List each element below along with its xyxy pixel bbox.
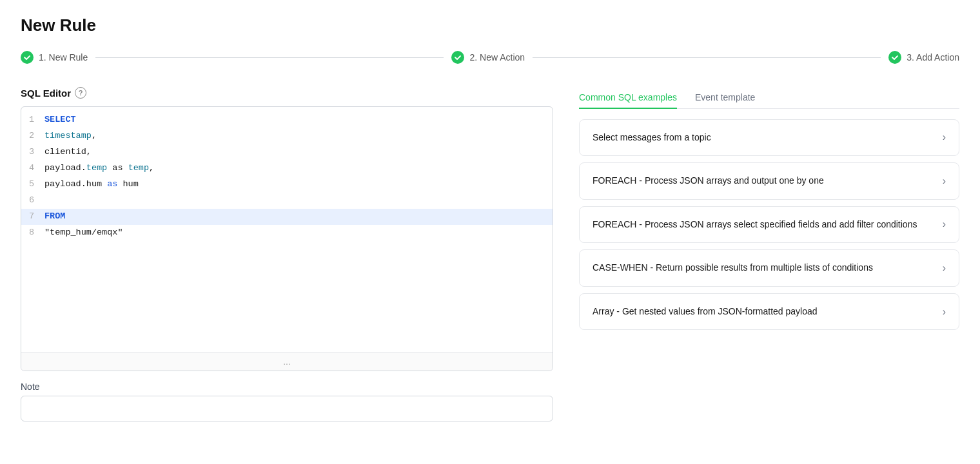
step-3-icon <box>888 51 901 64</box>
code-line-6: 6 <box>21 193 553 209</box>
chevron-right-icon: › <box>943 262 946 274</box>
code-line-2: 2 timestamp, <box>21 128 553 144</box>
examples-list: Select messages from a topic›FOREACH - P… <box>579 119 959 337</box>
example-text: Select messages from a topic <box>593 131 943 144</box>
example-text: CASE-WHEN - Return possible results from… <box>593 262 943 275</box>
line-content: clientid, <box>44 145 553 160</box>
step-2-label: 2. New Action <box>469 52 525 63</box>
example-text: FOREACH - Process JSON arrays select spe… <box>593 218 943 231</box>
note-input[interactable] <box>21 396 553 421</box>
tab-event-template[interactable]: Event template <box>695 87 755 109</box>
help-icon[interactable]: ? <box>75 87 86 99</box>
left-panel: SQL Editor ? 1SELECT2 timestamp,3 client… <box>21 87 553 421</box>
line-number: 6 <box>21 193 44 208</box>
line-number: 1 <box>21 113 44 128</box>
editor-resize-handle[interactable]: ... <box>21 352 553 371</box>
line-content: payload.temp as temp, <box>44 161 553 176</box>
example-item-ex1[interactable]: Select messages from a topic› <box>579 119 959 157</box>
example-text: Array - Get nested values from JSON-form… <box>593 305 943 318</box>
line-content: payload.hum as hum <box>44 177 553 192</box>
code-line-3: 3 clientid, <box>21 144 553 160</box>
chevron-right-icon: › <box>943 306 946 318</box>
step-3-label: 3. Add Action <box>906 52 959 63</box>
stepper: 1. New Rule 2. New Action 3. Add Action <box>21 51 959 64</box>
step-1-label: 1. New Rule <box>39 52 88 63</box>
note-label: Note <box>21 382 553 392</box>
example-item-ex2[interactable]: FOREACH - Process JSON arrays and output… <box>579 162 959 200</box>
chevron-right-icon: › <box>943 218 946 230</box>
line-content: FROM <box>44 209 553 224</box>
example-item-ex4[interactable]: CASE-WHEN - Return possible results from… <box>579 249 959 287</box>
main-content: SQL Editor ? 1SELECT2 timestamp,3 client… <box>21 87 959 421</box>
tab-common-sql[interactable]: Common SQL examples <box>579 87 677 109</box>
line-content: "temp_hum/emqx" <box>44 226 553 240</box>
sql-editor[interactable]: 1SELECT2 timestamp,3 clientid,4 payload.… <box>21 106 553 371</box>
code-line-5: 5 payload.hum as hum <box>21 177 553 193</box>
example-item-ex5[interactable]: Array - Get nested values from JSON-form… <box>579 293 959 331</box>
line-content: SELECT <box>44 113 553 128</box>
code-line-4: 4 payload.temp as temp, <box>21 160 553 177</box>
line-number: 2 <box>21 129 44 144</box>
example-text: FOREACH - Process JSON arrays and output… <box>593 175 943 188</box>
line-number: 7 <box>21 209 44 224</box>
right-panel: Common SQL examplesEvent template Select… <box>579 87 959 336</box>
example-item-ex3[interactable]: FOREACH - Process JSON arrays select spe… <box>579 206 959 244</box>
step-2-icon <box>451 51 464 64</box>
step-line-2 <box>533 57 881 58</box>
chevron-right-icon: › <box>943 175 946 187</box>
step-1-icon <box>21 51 34 64</box>
line-number: 4 <box>21 161 44 176</box>
sql-editor-label: SQL Editor ? <box>21 87 553 99</box>
editor-body[interactable]: 1SELECT2 timestamp,3 clientid,4 payload.… <box>21 107 553 352</box>
line-number: 8 <box>21 226 44 240</box>
line-content: timestamp, <box>44 129 553 144</box>
step-line-1 <box>95 57 444 58</box>
code-line-8: 8"temp_hum/emqx" <box>21 225 553 241</box>
note-section: Note <box>21 382 553 421</box>
page-title: New Rule <box>21 15 959 35</box>
code-line-1: 1SELECT <box>21 112 553 128</box>
step-3: 3. Add Action <box>888 51 959 64</box>
line-number: 3 <box>21 145 44 160</box>
step-1: 1. New Rule <box>21 51 88 64</box>
tabs: Common SQL examplesEvent template <box>579 87 959 109</box>
line-number: 5 <box>21 177 44 192</box>
code-line-7: 7FROM <box>21 209 553 225</box>
chevron-right-icon: › <box>943 131 946 143</box>
step-2: 2. New Action <box>451 51 525 64</box>
